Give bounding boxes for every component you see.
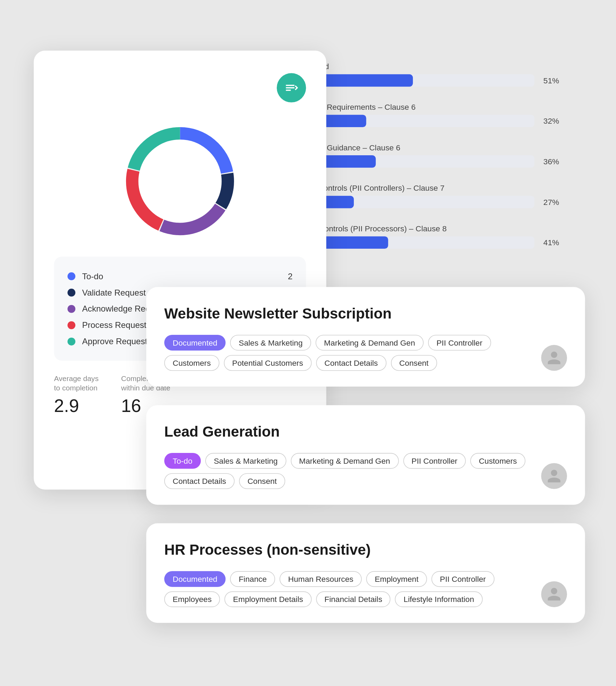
tag-0-5: Contact Details <box>316 355 386 371</box>
tag-1-4: Contact Details <box>164 473 234 489</box>
legend-dot <box>67 305 75 313</box>
tag-2-5: Employment Details <box>225 592 311 607</box>
tag-1-1: Marketing & Demand Gen <box>291 453 399 469</box>
tags-row-1: To-do Sales & MarketingMarketing & Deman… <box>164 453 541 489</box>
avatar-1 <box>541 463 567 489</box>
legend-label: Approve Request <box>82 337 148 346</box>
stat-label: Average daysto completion <box>54 374 99 393</box>
avatar-2 <box>541 581 567 607</box>
status-badge-0: Documented <box>164 335 226 350</box>
legend-dot <box>67 321 75 329</box>
process-card-0: Website Newsletter Subscription Document… <box>146 287 585 387</box>
tag-1-5: Consent <box>239 473 285 489</box>
legend-count: 2 <box>288 271 293 281</box>
legend-label: To-do <box>82 271 103 281</box>
bar-item-1: ISO 27701 Requirements – Clause 6 32% <box>287 102 563 127</box>
status-badge-1: To-do <box>164 453 201 469</box>
bar-pct: 41% <box>543 238 559 247</box>
bar-label: ISO 27701 Guidance – Clause 6 <box>287 143 563 152</box>
stat-value: 2.9 <box>54 396 99 416</box>
bar-label: Annex B Controls (PII Processors) – Clau… <box>287 224 563 233</box>
bar-pct: 36% <box>543 157 559 166</box>
bar-label: Background <box>287 62 563 71</box>
legend-label: Process Request <box>82 320 147 330</box>
process-title-2: HR Processes (non-sensitive) <box>164 541 567 559</box>
bar-item-0: Background 51% <box>287 62 563 86</box>
tag-0-4: Potential Customers <box>224 355 311 371</box>
avatar-0 <box>541 345 567 371</box>
tag-0-3: Customers <box>164 355 219 371</box>
status-badge-2: Documented <box>164 571 226 587</box>
bar-item-3: Annex A Controls (PII Controllers) – Cla… <box>287 183 563 208</box>
legend-label: Validate Request <box>82 288 146 297</box>
tag-1-2: PII Controller <box>403 453 466 469</box>
bar-pct: 32% <box>543 116 559 125</box>
process-title-1: Lead Generation <box>164 423 567 440</box>
tag-2-3: PII Controller <box>431 571 494 587</box>
donut-chart <box>54 119 306 243</box>
bar-item-2: ISO 27701 Guidance – Clause 6 36% <box>287 143 563 167</box>
tag-2-0: Finance <box>230 571 275 587</box>
tag-0-0: Sales & Marketing <box>230 335 311 350</box>
legend-dot <box>67 272 75 280</box>
tag-1-0: Sales & Marketing <box>205 453 286 469</box>
bar-item-4: Annex B Controls (PII Processors) – Clau… <box>287 224 563 249</box>
bar-pct: 51% <box>543 76 559 85</box>
process-card-2: HR Processes (non-sensitive) Documented … <box>146 523 585 623</box>
bar-label: Annex A Controls (PII Controllers) – Cla… <box>287 183 563 192</box>
tag-2-7: Lifestyle Information <box>395 592 483 607</box>
tag-2-2: Employment <box>366 571 427 587</box>
process-row-0: Documented Sales & MarketingMarketing & … <box>164 335 567 371</box>
stat-item-0: Average daysto completion 2.9 <box>54 374 99 416</box>
legend-item-0: To-do 2 <box>67 268 292 284</box>
tags-row-0: Documented Sales & MarketingMarketing & … <box>164 335 541 371</box>
process-title-0: Website Newsletter Subscription <box>164 305 567 322</box>
tag-2-6: Financial Details <box>316 592 391 607</box>
tags-row-2: Documented FinanceHuman ResourcesEmploym… <box>164 571 541 607</box>
process-row-2: Documented FinanceHuman ResourcesEmploym… <box>164 571 567 607</box>
tag-2-1: Human Resources <box>280 571 361 587</box>
bar-pct: 27% <box>543 198 559 207</box>
legend-dot <box>67 288 75 296</box>
legend-dot <box>67 337 75 345</box>
dsrr-icon <box>277 73 306 102</box>
tag-1-3: Customers <box>471 453 525 469</box>
process-card-1: Lead Generation To-do Sales & MarketingM… <box>146 405 585 505</box>
tag-0-2: PII Controller <box>428 335 491 350</box>
tag-0-6: Consent <box>391 355 437 371</box>
tag-2-4: Employees <box>164 592 220 607</box>
dsrr-header <box>54 73 306 102</box>
bar-label: ISO 27701 Requirements – Clause 6 <box>287 102 563 111</box>
process-row-1: To-do Sales & MarketingMarketing & Deman… <box>164 453 567 489</box>
tag-0-1: Marketing & Demand Gen <box>316 335 424 350</box>
